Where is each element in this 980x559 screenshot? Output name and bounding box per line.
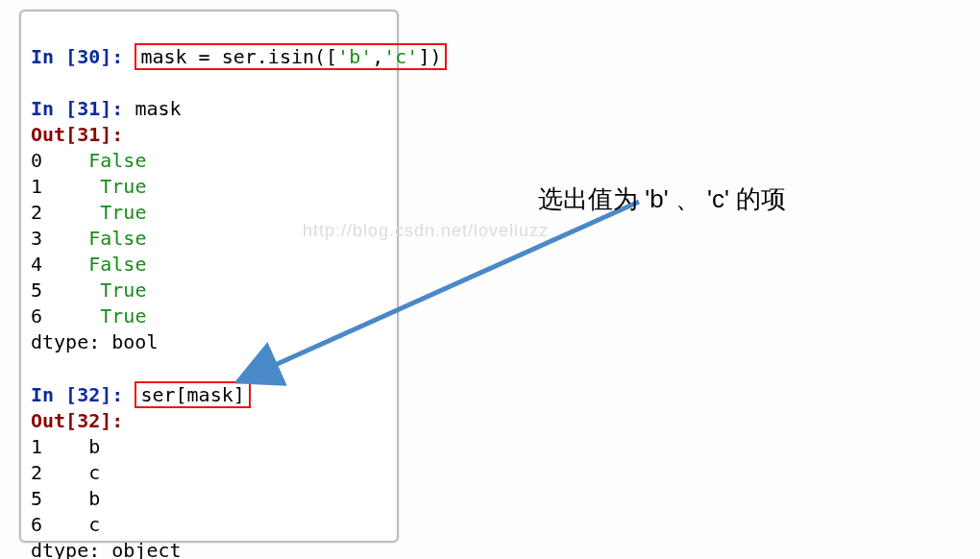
out-number: 31 [77,123,100,146]
cell-31-out-label: Out[31]: [31,123,123,146]
in-number: 31 [77,97,100,120]
string-literal: 'b' [337,45,372,68]
comma: , [372,45,383,68]
series-row: 1 b [31,435,100,458]
in-number: 32 [77,383,100,406]
in-close: ]: [100,383,135,406]
cell-32-out-label: Out[32]: [31,409,123,432]
series-row: 2 True [31,201,146,224]
in-close: ]: [100,97,135,120]
out-label: Out[ [31,409,77,432]
series-row: 4 False [31,253,146,276]
out-close: ]: [100,409,123,432]
code-panel: In [30]: mask = ser.isin(['b','c']) In [… [19,10,399,543]
out-close: ]: [100,123,123,146]
series-row: 6 True [31,304,146,328]
in-label: In [ [31,383,77,406]
code-text: mask [135,97,181,120]
cell-32-in: In [32]: ser[mask] [31,383,251,406]
cell-30: In [30]: mask = ser.isin(['b','c']) [31,45,447,68]
series-row: 5 True [31,279,146,302]
series-row: 1 True [31,175,146,198]
series-row: 3 False [31,227,146,250]
dtype-line: dtype: object [31,539,182,559]
in-close: ]: [100,45,135,68]
in-number: 30 [77,45,100,68]
series-row: 6 c [31,513,100,536]
series-row: 5 b [31,487,100,510]
highlight-isin: mask = ser.isin(['b','c']) [135,43,447,70]
in-label: In [ [31,45,77,68]
annotation-text: 选出值为 'b' 、 'c' 的项 [538,182,786,216]
cell-31-in: In [31]: mask [31,97,182,120]
code-text: mask = ser.isin([ [140,45,337,68]
dtype-line: dtype: bool [31,330,158,353]
highlight-sermask: ser[mask] [135,381,250,408]
code-text: ser[mask] [140,383,244,406]
out-label: Out[ [31,123,77,146]
series-row: 2 c [31,461,100,484]
string-literal: 'c' [383,45,418,68]
in-label: In [ [31,97,77,120]
code-text: ]) [418,45,441,68]
series-row: 0 False [31,149,146,172]
out-number: 32 [77,409,100,432]
